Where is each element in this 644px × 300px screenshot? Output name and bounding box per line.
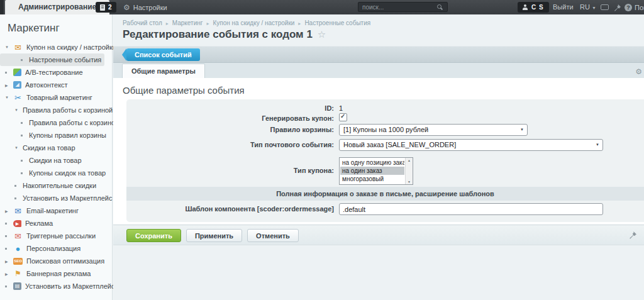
sidebar-item-label: Настроенные события [29, 56, 101, 64]
collapse-arrow-icon[interactable]: ▶ [5, 259, 13, 264]
context-toolbar: Список событий [113, 46, 644, 63]
sidebar-item-label: Купон на скидку / настройки [26, 43, 116, 51]
collapse-arrow-icon[interactable]: ▶ [5, 272, 13, 276]
sidebar-item[interactable]: Персонализация [0, 242, 104, 255]
sidebar-item[interactable]: Установить из Маркетплейс [0, 280, 104, 292]
bullet-icon [5, 235, 13, 237]
search-input[interactable] [358, 3, 447, 11]
breadcrumb-item[interactable]: Настроенные события [304, 19, 370, 26]
bullet-icon [14, 185, 23, 187]
counter-value: 2 [108, 4, 112, 11]
sidebar-item-label: Скидки на товар [23, 144, 75, 152]
top-bar: Администрирование 2 ⚙ Настройки C S Выйт… [0, 0, 644, 14]
breadcrumb: Рабочий стол▸Маркетинг▸Купон на скидку /… [123, 19, 370, 26]
basket-rule-select[interactable]: [1] Купоны на 1000 рублей ▼ [339, 124, 528, 136]
collapse-arrow-icon[interactable]: ▶ [5, 83, 13, 87]
sidebar-item[interactable]: Купоны скидок на товар [0, 167, 104, 179]
form-panel: ID: 1 Генерировать купон: Правило корзин… [126, 99, 644, 222]
breadcrumb-item[interactable]: Маркетинг [172, 19, 203, 26]
expand-arrow-icon[interactable]: ▼ [5, 45, 13, 49]
autocontext-icon [13, 81, 21, 89]
generate-coupon-checkbox[interactable] [339, 113, 347, 121]
sidebar-item[interactable]: ▼Правила работы с корзиной [0, 104, 104, 116]
sidebar-item[interactable]: A/B-тестирование [0, 66, 104, 79]
bullet-icon [5, 223, 13, 225]
action-bar: Сохранить Применить Отменить [113, 225, 644, 245]
favorite-star-icon[interactable]: ☆ [318, 29, 326, 40]
component-template-input[interactable] [339, 203, 603, 215]
logout-link[interactable]: Выйти [553, 0, 574, 14]
help-menu-item[interactable]: ? Помощь [625, 0, 644, 14]
bullet-icon [5, 72, 13, 74]
sidebar-item[interactable]: Накопительные скидки [0, 179, 104, 192]
section-title: Общие параметры события [123, 85, 245, 96]
basket-rule-row: Правило корзины: [1] Купоны на 1000 рубл… [126, 126, 644, 138]
scroll-down-icon[interactable]: ▼ [408, 179, 411, 184]
scroll-up-icon[interactable]: ▲ [408, 158, 411, 163]
bullet-icon [5, 286, 13, 287]
sidebar-item-label: A/B-тестирование [25, 69, 83, 76]
expand-arrow-icon[interactable]: ▼ [14, 146, 23, 150]
sidebar-item[interactable]: Купоны правил корзины [0, 129, 104, 142]
sidebar-item[interactable]: ▶Поисковая оптимизация [0, 255, 104, 267]
coupon-type-options: на одну позицию заказана один заказмного… [340, 158, 404, 183]
sidebar-item[interactable]: ▶Баннерная реклама [0, 267, 104, 280]
bullet-icon [21, 135, 29, 136]
coupon-type-option[interactable]: на один заказ [340, 167, 404, 175]
settings-menu-item[interactable]: ⚙ Настройки [123, 0, 167, 14]
help-icon: ? [625, 4, 632, 11]
sidebar-item[interactable]: Правила работы с корзиной [0, 116, 104, 129]
sidebar-item[interactable]: ▼Скидки на товар [0, 142, 104, 154]
save-button[interactable]: Сохранить [126, 229, 181, 242]
coupon-icon [13, 43, 23, 52]
user-initials: C S [531, 4, 544, 11]
sidebar-item[interactable]: ▼Товарный маркетинг [0, 91, 104, 104]
tab-bar: Общие параметры ⚙ [113, 63, 644, 78]
gear-icon: ⚙ [123, 4, 130, 11]
event-list-button[interactable]: Список событий [126, 48, 200, 61]
sidebar-item-label: Автоконтекст [25, 81, 68, 89]
apply-button[interactable]: Применить [186, 229, 242, 242]
expand-arrow-icon[interactable]: ▼ [14, 108, 23, 112]
search-icon[interactable] [437, 4, 441, 9]
sidebar-item[interactable]: Скидки на товар [0, 154, 104, 167]
expand-arrow-icon[interactable]: ▼ [5, 96, 13, 99]
breadcrumb-item[interactable]: Рабочий стол [123, 19, 162, 26]
tab-general-parameters[interactable]: Общие параметры [122, 64, 205, 78]
document-icon [100, 4, 105, 11]
sidebar-item-label: Баннерная реклама [26, 270, 91, 277]
sidebar-item[interactable]: Триггерные рассылки [0, 230, 104, 242]
sidebar-item[interactable]: Установить из Маркетплейс [0, 192, 104, 204]
trigger-mailings-icon [13, 231, 23, 240]
user-menu[interactable]: C S [518, 2, 549, 13]
page-title: Редактирование события с кодом 1☆ [123, 28, 326, 41]
cancel-button[interactable]: Отменить [247, 229, 299, 242]
mail-event-label: Тип почтового события: [126, 141, 334, 148]
sidebar-item[interactable]: ▼Купон на скидку / настройки [0, 41, 104, 53]
site-tab-edge[interactable] [0, 0, 4, 14]
bullet-icon [21, 160, 29, 162]
sidebar-item-label: Персонализация [26, 245, 80, 252]
listbox-scrollbar[interactable]: ▲ ▼ [405, 158, 413, 184]
tab-administration[interactable]: Администрирование [5, 0, 109, 14]
form-settings-icon[interactable]: ⚙ [635, 67, 642, 76]
mail-event-select[interactable]: Новый заказ [SALE_NEW_ORDER] ▼ [339, 139, 603, 151]
pin-icon[interactable] [628, 231, 637, 242]
main-content: Рабочий стол▸Маркетинг▸Купон на скидку /… [113, 14, 644, 300]
messenger-icon[interactable] [601, 4, 609, 10]
coupon-type-option[interactable]: многоразовый [340, 175, 404, 183]
section-band: Полная информация о заказе в письме, рас… [126, 187, 644, 201]
sidebar-item[interactable]: Реклама [0, 217, 104, 230]
collapse-arrow-icon[interactable]: ▶ [5, 209, 13, 213]
coupon-type-listbox[interactable]: на одну позицию заказана один заказмного… [339, 157, 413, 185]
bullet-icon [21, 59, 29, 61]
sidebar-item[interactable]: ▶Автоконтекст [0, 79, 104, 91]
language-selector[interactable]: RU▼ [580, 0, 596, 14]
coupon-type-option[interactable]: на одну позицию заказа [340, 158, 404, 167]
sidebar-item[interactable]: ▶Email-маркетинг [0, 204, 104, 217]
notification-counter[interactable]: 2 [96, 2, 116, 13]
sidebar-item-label: Купоны правил корзины [29, 131, 106, 139]
pin-icon[interactable] [613, 3, 621, 14]
breadcrumb-item[interactable]: Купон на скидку / настройки [213, 19, 294, 26]
sidebar-item[interactable]: Настроенные события [0, 53, 104, 66]
